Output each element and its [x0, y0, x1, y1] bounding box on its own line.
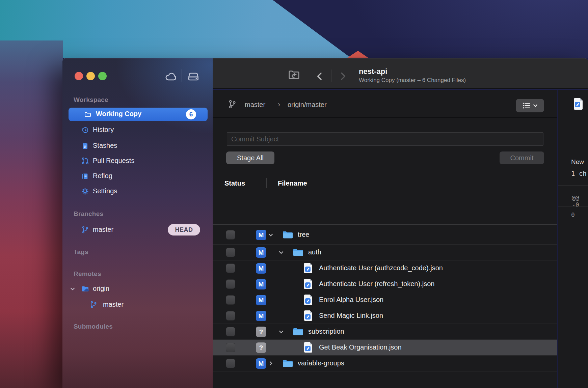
commit-subject-input[interactable] [227, 132, 543, 146]
commit-button[interactable]: Commit [500, 151, 544, 164]
chevron-down-icon[interactable] [70, 286, 76, 292]
sidebar: Workspace Working Copy 6 History Stashes [62, 58, 213, 388]
table-row-selected[interactable]: ? Get Beak Organisation.json [213, 340, 557, 356]
table-row-tree[interactable]: M tree [213, 225, 557, 245]
sidebar-item-working-copy[interactable]: Working Copy 6 [69, 108, 208, 121]
list-icon [523, 102, 531, 109]
section-header-submodules: Submodules [74, 323, 113, 330]
sidebar-item-settings[interactable]: Settings [62, 185, 213, 198]
breadcrumb-upstream[interactable]: origin/master [288, 101, 327, 109]
stage-checkbox[interactable] [226, 248, 235, 257]
file-name: Authenticate User (refresh_token).json [319, 280, 434, 288]
table-row-file[interactable]: M Send Magic Link.json [213, 308, 557, 324]
file-name: auth [308, 248, 321, 256]
history-icon [81, 126, 89, 134]
stage-checkbox[interactable] [226, 343, 235, 352]
file-name: Enrol Alpha User.json [319, 296, 383, 304]
status-badge: M [256, 311, 266, 321]
file-name: Get Beak Organisation.json [319, 343, 402, 351]
chevron-down-icon[interactable] [268, 232, 274, 238]
status-badge: M [256, 263, 266, 274]
status-badge: ? [256, 342, 266, 353]
status-badge: M [256, 279, 266, 289]
sidebar-item-branch-master[interactable]: master HEAD [62, 223, 213, 237]
repository-subtitle: Working Copy (master – 6 Changed Files) [359, 77, 466, 84]
branch-icon [89, 301, 98, 309]
column-header-status[interactable]: Status [224, 179, 245, 187]
file-name: tree [298, 231, 309, 239]
wallpaper-left [0, 40, 63, 388]
traffic-lights [75, 72, 107, 80]
stage-checkbox[interactable] [226, 359, 235, 368]
json-file-icon [304, 310, 313, 321]
view-mode-dropdown[interactable] [516, 99, 544, 112]
sidebar-item-reflog[interactable]: Reflog [62, 169, 213, 183]
sidebar-item-stashes[interactable]: Stashes [62, 139, 213, 153]
file-name: Authenticate User (authzcode_code).json [319, 264, 443, 272]
stage-checkbox[interactable] [226, 327, 235, 336]
table-row-variable-groups[interactable]: M variable-groups [213, 356, 557, 371]
status-badge: M [256, 358, 266, 369]
table-row-subscription[interactable]: ? subscription [213, 324, 557, 340]
sidebar-item-remote-origin[interactable]: origin [62, 282, 213, 296]
status-badge: M [256, 295, 266, 305]
chevron-down-icon [533, 104, 538, 108]
table-row-file[interactable]: M Enrol Alpha User.json [213, 292, 557, 308]
stage-all-button[interactable]: Stage All [226, 151, 274, 164]
folder-icon [282, 359, 293, 368]
repository-back-icon[interactable] [288, 70, 300, 80]
repository-title: nest-api [359, 67, 387, 76]
json-file-icon [304, 342, 313, 353]
sidebar-item-history[interactable]: History [62, 123, 213, 137]
head-badge: HEAD [168, 224, 200, 235]
chevron-right-icon[interactable] [268, 360, 274, 366]
panel-divider [558, 206, 588, 207]
diff-stat-text: 1 ch [571, 170, 587, 177]
window-header: nest-api Working Copy (master – 6 Change… [213, 58, 588, 89]
status-badge: M [256, 230, 266, 240]
stage-checkbox[interactable] [226, 230, 235, 240]
clipboard-icon [81, 142, 89, 150]
sidebar-item-pull-requests[interactable]: Pull Requests [62, 154, 213, 168]
breadcrumb-branch[interactable]: master [245, 101, 265, 109]
diff-line-number: 0 [571, 211, 575, 218]
stage-checkbox[interactable] [226, 295, 235, 305]
table-row-file[interactable]: M Authenticate User (refresh_token).json [213, 276, 557, 292]
sidebar-item-label: Stashes [93, 142, 117, 149]
sidebar-item-remote-master[interactable]: master [62, 298, 213, 311]
folder-icon [293, 327, 304, 336]
branch-icon [228, 100, 236, 108]
section-header-branches: Branches [74, 210, 103, 218]
toolbar-separator [182, 69, 182, 82]
book-icon [81, 172, 89, 180]
json-file-icon [304, 279, 313, 289]
gear-icon [81, 187, 89, 195]
folder-icon [84, 110, 92, 118]
chevron-down-icon[interactable] [278, 329, 284, 335]
zoom-button[interactable] [98, 72, 107, 80]
external-drive-icon[interactable] [187, 71, 200, 82]
back-button[interactable] [316, 72, 323, 81]
folder-icon [282, 230, 293, 239]
minimize-button[interactable] [86, 72, 95, 80]
breadcrumb-separator: › [278, 100, 280, 109]
forward-button[interactable] [340, 72, 347, 81]
folder-icon [293, 248, 304, 257]
status-badge: ? [256, 327, 266, 337]
stage-checkbox[interactable] [226, 311, 235, 321]
column-divider[interactable] [266, 178, 267, 188]
table-row-file[interactable]: M Authenticate User (authzcode_code).jso… [213, 260, 557, 276]
json-file-icon [304, 263, 313, 274]
column-header-filename[interactable]: Filename [278, 179, 307, 187]
close-button[interactable] [75, 72, 83, 80]
chevron-down-icon[interactable] [278, 249, 284, 255]
sidebar-item-label: Working Copy [96, 110, 141, 118]
table-row-auth[interactable]: M auth [213, 245, 557, 260]
stage-checkbox[interactable] [226, 264, 235, 273]
changed-files-count-badge: 6 [186, 109, 196, 119]
sidebar-item-label: origin [93, 285, 109, 293]
cloud-icon[interactable] [164, 71, 178, 81]
stage-checkbox[interactable] [226, 279, 235, 289]
branch-breadcrumb-bar: master › origin/master [213, 90, 557, 118]
file-list: M tree M auth M Authenticate User ( [213, 224, 557, 371]
